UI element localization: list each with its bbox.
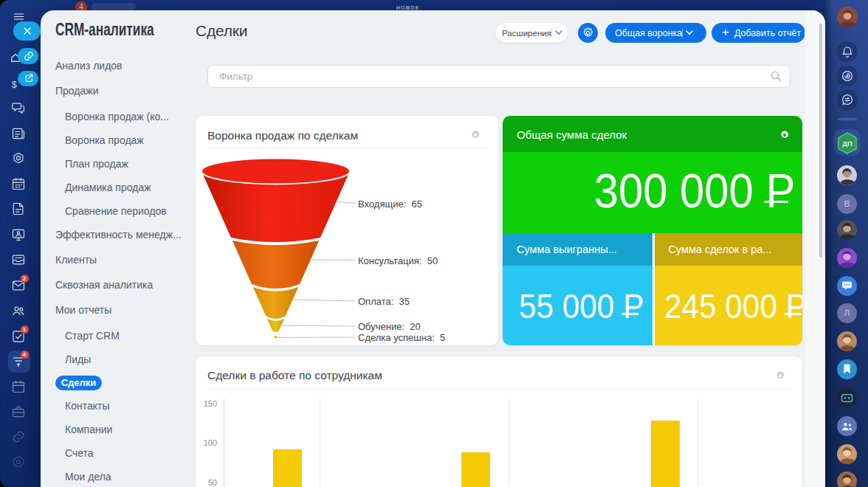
svg-text:ДП: ДП [842,139,852,148]
